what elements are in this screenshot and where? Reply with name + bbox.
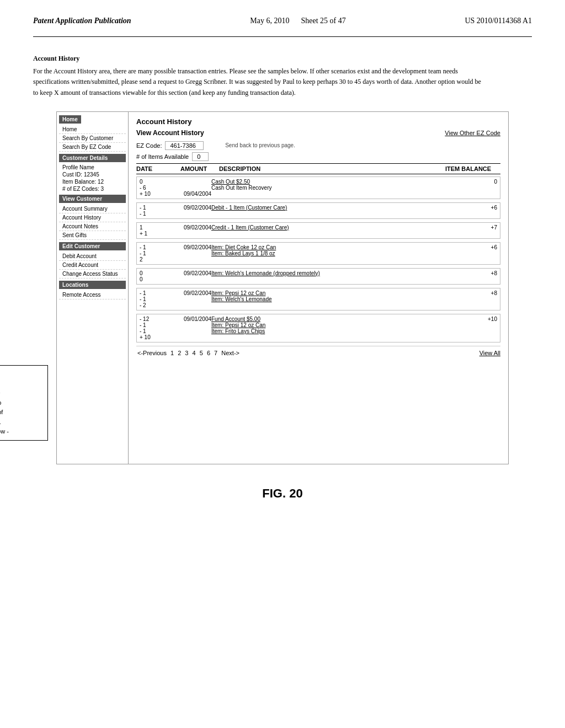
trans-desc-link[interactable]: Item: Baked Lays 1 1/8 oz — [211, 250, 470, 256]
col-amount: AMOUNT — [180, 165, 219, 172]
table-row: - 1 - 1 2 09/02/2004 Item: Diet Coke 12 … — [136, 242, 500, 265]
pagination-next[interactable]: Next-> — [221, 350, 239, 356]
sidebar: Home Home Search By Customer Search By E… — [57, 112, 129, 464]
figure-label: FIG. 20 — [33, 486, 532, 501]
trans-amount-col: 0 - 6 + 10 — [140, 179, 184, 197]
sidebar-link-home[interactable]: Home — [59, 125, 126, 134]
col-item-balance: ITEM BALANCE — [445, 165, 500, 172]
sidebar-link-account-notes[interactable]: Account Notes — [59, 222, 126, 231]
view-all-link[interactable]: View All — [479, 350, 500, 356]
patent-header: Patent Application Publication May 6, 20… — [33, 11, 532, 37]
page-title: Account History — [136, 117, 500, 126]
trans-desc-link[interactable]: Item: Diet Coke 12 oz Can — [211, 244, 470, 250]
intro-title: Account History — [33, 53, 486, 64]
trans-balance: 0 — [470, 179, 497, 185]
trans-desc-col: Credit - 1 Item (Customer Care) — [211, 224, 470, 231]
trans-amount-col: 0 0 — [140, 270, 184, 282]
trans-desc-link[interactable]: Item: Welch's Lemonade (dropped remotely… — [211, 270, 470, 276]
trans-date-col: 09/02/2004 — [184, 244, 211, 250]
pagination-page-7[interactable]: 7 — [214, 350, 217, 356]
trans-desc-col: Item: Diet Coke 12 oz Can Item: Baked La… — [211, 244, 470, 256]
trans-desc-link[interactable]: Item: Frito Lays Chips — [211, 328, 470, 334]
items-available-value: 0 — [192, 152, 209, 161]
pagination-page-6[interactable]: 6 — [207, 350, 210, 356]
pagination-page-2[interactable]: 2 — [178, 350, 181, 356]
trans-date-col: 09/04/2004 — [184, 179, 211, 197]
side-annotation: Click on individual links to be directed… — [0, 365, 48, 441]
header-left: Patent Application Publication — [33, 17, 131, 25]
ui-mockup: Home Home Search By Customer Search By E… — [56, 111, 509, 464]
pagination-prev[interactable]: <-Previous — [137, 350, 167, 356]
trans-desc-col: Debit - 1 Item (Customer Care) — [211, 205, 470, 211]
trans-desc-col: Item: Welch's Lemonade (dropped remotely… — [211, 270, 470, 276]
trans-date-col: 09/01/2004 — [184, 316, 211, 322]
trans-balance: +10 — [470, 316, 497, 322]
trans-balance: +6 — [470, 205, 497, 211]
sidebar-link-debit-account[interactable]: Debit Account — [59, 252, 126, 261]
trans-date-col: 09/02/2004 — [184, 290, 211, 296]
sidebar-link-sent-gifts[interactable]: Sent Gifts — [59, 231, 126, 240]
trans-balance: +6 — [470, 244, 497, 250]
main-content: Account History View Account History Vie… — [129, 112, 508, 464]
table-header: DATE AMOUNT DESCRIPTION ITEM BALANCE — [136, 163, 500, 174]
send-back-note: Send back to previous page. — [225, 142, 295, 148]
table-row: 0 0 09/02/2004 Item: Welch's Lemonade (d… — [136, 268, 500, 285]
col-date: DATE — [136, 165, 180, 172]
trans-date-col: 09/02/2004 — [184, 224, 211, 231]
sidebar-home-btn[interactable]: Home — [59, 115, 81, 124]
table-row: - 1 - 1 - 2 09/02/2004 Item: Pepsi 12 oz… — [136, 288, 500, 311]
trans-balance: +8 — [470, 290, 497, 296]
trans-amount-col: - 1 - 1 - 2 — [140, 290, 184, 308]
pagination-page-4[interactable]: 4 — [193, 350, 196, 356]
trans-desc-link[interactable]: Cash Out Item Recovery — [211, 185, 470, 191]
trans-desc-link[interactable]: Credit - 1 Item (Customer Care) — [211, 224, 470, 231]
trans-desc-link[interactable]: Item: Pepsi 12 oz Can — [211, 322, 470, 328]
sidebar-edit-customer-header: Edit Customer — [59, 242, 126, 250]
sidebar-link-remote-access[interactable]: Remote Access — [59, 291, 126, 299]
table-row: - 1 - 1 09/02/2004 Debit - 1 Item (Custo… — [136, 202, 500, 219]
sidebar-profile-name: Profile Name — [59, 164, 126, 171]
trans-balance: +7 — [470, 224, 497, 231]
pagination-page-3[interactable]: 3 — [185, 350, 188, 356]
trans-desc-link[interactable]: Debit - 1 Item (Customer Care) — [211, 205, 470, 211]
view-account-row: View Account History View Other EZ Code — [136, 129, 500, 137]
trans-amount-col: 1 + 1 — [140, 224, 184, 237]
sidebar-link-change-access[interactable]: Change Access Status — [59, 270, 126, 279]
trans-date-col: 09/02/2004 — [184, 270, 211, 276]
trans-desc-col: Item: Pepsi 12 oz Can Item: Welch's Lemo… — [211, 290, 470, 302]
trans-amount-col: - 1 - 1 — [140, 205, 184, 217]
trans-desc-link[interactable]: Fund Account $5.00 — [211, 316, 470, 322]
intro-section: Account History For the Account History … — [33, 53, 486, 98]
sidebar-link-account-summary[interactable]: Account Summary — [59, 205, 126, 213]
trans-desc-link[interactable]: Cash Out $2.50 — [211, 179, 470, 185]
ez-code-label: EZ Code: — [136, 142, 162, 149]
items-available-label: # of Items Available — [136, 153, 189, 160]
ez-code-value: 461-7386 — [165, 141, 204, 150]
table-row: 1 + 1 09/02/2004 Credit - 1 Item (Custom… — [136, 222, 500, 239]
intro-body: For the Account History area, there are … — [33, 66, 486, 98]
sidebar-link-account-history[interactable]: Account History — [59, 213, 126, 222]
view-other-ez-link[interactable]: View Other EZ Code — [445, 130, 500, 136]
sidebar-item-balance: Item Balance: 12 — [59, 178, 126, 185]
trans-balance: +8 — [470, 270, 497, 276]
trans-date-col: 09/02/2004 — [184, 205, 211, 211]
trans-amount-col: - 1 - 1 2 — [140, 244, 184, 263]
sidebar-link-credit-account[interactable]: Credit Account — [59, 261, 126, 270]
trans-amount-col: - 12 - 1 - 1 + 10 — [140, 316, 184, 340]
sidebar-link-search-ez[interactable]: Search By EZ Code — [59, 143, 126, 152]
pagination-page-1[interactable]: 1 — [170, 350, 174, 356]
sidebar-ez-codes: # of EZ Codes: 3 — [59, 185, 126, 192]
sidebar-cust-id: Cust ID: 12345 — [59, 171, 126, 178]
sidebar-view-customer-header: View Customer — [59, 195, 126, 203]
trans-desc-col: Fund Account $5.00 Item: Pepsi 12 oz Can… — [211, 316, 470, 334]
sidebar-customer-details-header: Customer Details — [59, 154, 126, 162]
trans-desc-link[interactable]: Item: Pepsi 12 oz Can — [211, 290, 470, 296]
pagination-links: <-Previous 1 2 3 4 5 6 7 Next-> — [136, 350, 241, 356]
sidebar-link-search-customer[interactable]: Search By Customer — [59, 134, 126, 143]
pagination-row: <-Previous 1 2 3 4 5 6 7 Next-> View All — [136, 346, 500, 356]
sidebar-locations-header: Locations — [59, 281, 126, 289]
table-row: - 12 - 1 - 1 + 10 09/01/2004 Fund Accoun… — [136, 314, 500, 342]
trans-desc-col: Cash Out $2.50 Cash Out Item Recovery — [211, 179, 470, 191]
trans-desc-link[interactable]: Item: Welch's Lemonade — [211, 296, 470, 302]
pagination-page-5[interactable]: 5 — [200, 350, 203, 356]
